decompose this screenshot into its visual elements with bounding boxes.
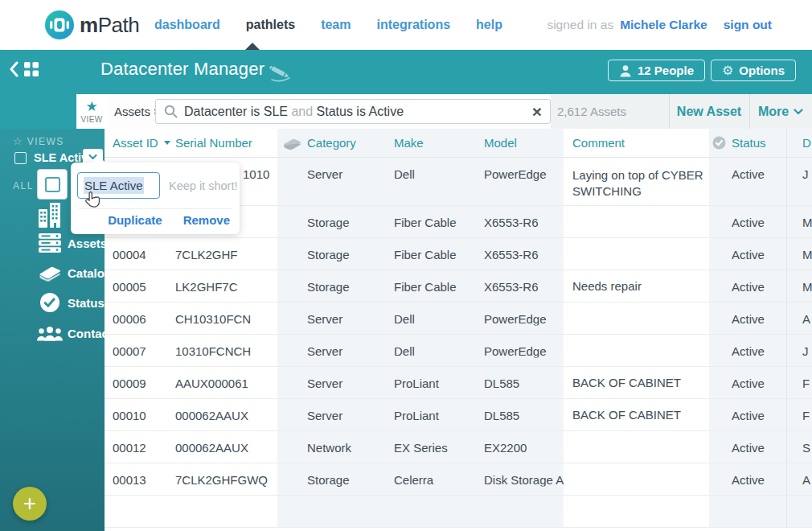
cell-comment: Needs repair: [572, 278, 716, 294]
options-button[interactable]: ⚙ Options: [711, 60, 796, 81]
session-area: signed in as Michele Clarke sign out: [547, 0, 772, 50]
popup-divider: [79, 208, 232, 209]
cell-category: Storage: [307, 247, 350, 261]
cell-asset_id: 00009: [113, 376, 146, 389]
column-header-serial[interactable]: Serial Number: [175, 129, 252, 157]
cell-model: X6553-R6: [484, 247, 564, 261]
column-header-datacenter[interactable]: D: [802, 129, 811, 157]
sidebar-item-contacts[interactable]: Contacts: [0, 319, 105, 348]
cell-category: Storage: [307, 279, 350, 293]
cell-serial: 7CLK2GHFGWQ: [175, 472, 268, 486]
table-row[interactable]: 00010000062AAUXServerProLiantDL585BACK O…: [105, 399, 812, 431]
contacts-icon: [37, 326, 64, 341]
result-count: 2,612 Assets: [557, 94, 626, 129]
nav-link-dashboard[interactable]: dashboard: [154, 18, 220, 32]
cell-asset_id: 00007: [113, 344, 146, 357]
column-header-status[interactable]: Status: [732, 129, 766, 157]
edit-title-icon[interactable]: [267, 63, 293, 85]
query-term-2: Status is Active: [317, 105, 404, 119]
sign-out-link[interactable]: sign out: [724, 18, 772, 32]
user-name-link[interactable]: Michele Clarke: [620, 18, 707, 32]
cell-status: Active: [732, 440, 765, 454]
cell-make: Fiber Cable: [394, 247, 457, 261]
cell-make: Fiber Cable: [394, 279, 457, 293]
brand-name: mPath: [80, 13, 139, 38]
column-header-comment[interactable]: Comment: [572, 129, 625, 157]
sidebar-item-catalogs[interactable]: Catalogs: [0, 258, 105, 287]
cell-model: DL585: [484, 376, 564, 389]
cell-serial: 000062AAUX: [175, 440, 248, 454]
remove-button[interactable]: Remove: [183, 213, 230, 227]
cell-status: Active: [732, 472, 765, 486]
cell-datacenter: F: [802, 376, 812, 389]
search-input[interactable]: Datacenter is SLE and Status is Active ×: [155, 99, 551, 124]
query-conjunction: and: [288, 105, 317, 119]
cell-model: EX2200: [484, 440, 564, 454]
back-chevron-icon[interactable]: [10, 61, 18, 77]
cell-datacenter: S: [802, 440, 812, 454]
table-row[interactable]: 00009AAUX000061ServerProLiantDL585BACK O…: [105, 367, 812, 399]
new-asset-button[interactable]: New Asset: [669, 94, 749, 129]
cell-serial: LK2GHF7C: [175, 279, 238, 293]
cell-serial: 000062AAUX: [175, 408, 248, 422]
gear-icon: ⚙: [722, 64, 733, 77]
cell-status: Active: [732, 215, 765, 228]
name-hint: Keep it short!: [169, 172, 237, 199]
view-tab[interactable]: ★ VIEW: [76, 94, 107, 129]
active-tab-caret: [245, 43, 260, 50]
cell-serial: 10310FCNCH: [175, 344, 251, 357]
mpath-logo-icon[interactable]: [44, 10, 75, 43]
column-header-model[interactable]: Model: [484, 129, 517, 157]
table-row[interactable]: [105, 496, 812, 528]
table-row[interactable]: 00012000062AAUXNetworkEX SeriesEX2200Act…: [105, 431, 812, 463]
cell-serial: 7CLK2GHF: [175, 247, 238, 261]
cell-datacenter: A: [802, 472, 812, 486]
cell-model: Disk Storage A: [484, 472, 564, 486]
clear-search-icon[interactable]: ×: [532, 103, 542, 120]
cell-category: Server: [307, 408, 342, 422]
nav-link-help[interactable]: help: [476, 18, 502, 32]
cell-model: PowerEdge: [484, 167, 564, 181]
duplicate-button[interactable]: Duplicate: [108, 213, 162, 227]
cell-comment: BACK OF CABINET: [572, 375, 716, 391]
cell-serial: CH10310FCN: [175, 311, 251, 325]
nav-link-integrations[interactable]: integrations: [377, 18, 451, 32]
sidebar-item-status[interactable]: Status: [0, 288, 105, 317]
table-row[interactable]: 000137CLK2GHFGWQStorageCelerraDisk Stora…: [105, 463, 812, 496]
column-header-asset-id[interactable]: Asset ID: [113, 129, 170, 157]
checkbox-inner: [45, 177, 60, 192]
column-header-category[interactable]: Category: [307, 129, 356, 157]
cell-asset_id: 00006: [113, 311, 146, 325]
catalog-icon: [282, 129, 302, 157]
cell-datacenter: J: [802, 344, 812, 357]
people-button[interactable]: 12 People: [608, 60, 705, 81]
signed-in-as-label: signed in as: [547, 18, 613, 32]
cell-asset_id: 00012: [113, 440, 146, 454]
results-panel: 2,612 Assets New Asset More: [551, 94, 812, 129]
apps-grid-icon[interactable]: [24, 62, 39, 76]
app-header: Datacenter Manager 12 People ⚙ Options: [0, 50, 812, 90]
filter-bar: ★ VIEW Assets = Datacenter is SLE and St…: [0, 90, 812, 129]
popup-arrow: [92, 156, 106, 163]
table-row[interactable]: 00005LK2GHF7CStorageFiber CableX6553-R6N…: [105, 270, 812, 303]
table-row[interactable]: 000047CLK2GHFStorageFiber CableX6553-R6A…: [105, 238, 812, 270]
cell-status: Active: [732, 408, 765, 422]
more-button[interactable]: More: [749, 94, 812, 129]
table-row[interactable]: 0000710310FCNCHServerDellPowerEdgeActive…: [105, 335, 812, 367]
nav-link-pathlets[interactable]: pathlets: [246, 18, 295, 32]
cell-make: ProLiant: [394, 376, 439, 389]
cell-asset_id: 00010: [113, 408, 146, 422]
entity-label: Assets =: [114, 94, 161, 129]
nav-link-team[interactable]: team: [321, 18, 351, 32]
view-checkbox[interactable]: [14, 152, 27, 164]
cell-model: PowerEdge: [484, 311, 564, 325]
query-term-1: Datacenter is SLE: [184, 105, 288, 119]
cell-category: Server: [307, 376, 342, 389]
datacenters-icon: [38, 200, 62, 228]
view-enabled-checkbox[interactable]: [37, 169, 68, 200]
sidebar-item-label: Status: [68, 296, 105, 310]
table-row[interactable]: 00006CH10310FCNServerDellPowerEdgeActive…: [105, 303, 812, 335]
add-button[interactable]: +: [13, 487, 47, 521]
column-header-make[interactable]: Make: [394, 129, 424, 157]
view-name-input[interactable]: SLE Active: [77, 172, 160, 199]
